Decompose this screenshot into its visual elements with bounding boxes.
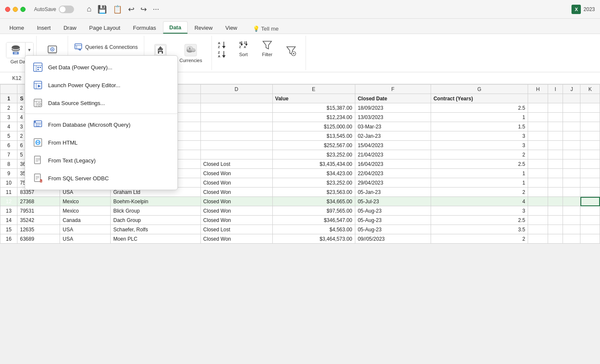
cell-k-9[interactable]: [580, 169, 600, 178]
cell-d-13[interactable]: Closed Won: [200, 206, 272, 216]
tab-view[interactable]: View: [220, 22, 243, 34]
cell-f-4[interactable]: 03-Mar-23: [355, 122, 431, 131]
col-header-i[interactable]: I: [548, 85, 563, 94]
cell-j-15[interactable]: [563, 225, 580, 234]
cell-h-7[interactable]: [528, 150, 548, 159]
cell-c-14[interactable]: Dach Group: [111, 216, 200, 225]
cell-k-4[interactable]: [580, 122, 600, 131]
cell-i-7[interactable]: [548, 150, 563, 159]
dropdown-from-html[interactable]: From HTML: [25, 134, 177, 151]
col-header-h[interactable]: H: [528, 85, 548, 94]
cell-g-10[interactable]: 1: [431, 178, 528, 188]
cell-h-9[interactable]: [528, 169, 548, 178]
home-icon[interactable]: ⌂: [87, 5, 91, 14]
minimize-button[interactable]: [13, 7, 18, 12]
cell-h-4[interactable]: [528, 122, 548, 131]
cell-i-11[interactable]: [548, 188, 563, 197]
cell-g-4[interactable]: 1.5: [431, 122, 528, 131]
cell-d-4[interactable]: [200, 122, 272, 131]
cell-e-9[interactable]: $34,423.00: [272, 169, 355, 178]
cell-k-11[interactable]: [580, 188, 600, 197]
cell-h-12[interactable]: [528, 197, 548, 206]
cell-d-2[interactable]: [200, 103, 272, 113]
cell-g-9[interactable]: 1: [431, 169, 528, 178]
redo-icon[interactable]: ↪: [140, 5, 147, 14]
tab-data[interactable]: Data: [163, 21, 188, 34]
cell-k-7[interactable]: [580, 150, 600, 159]
cell-f-13[interactable]: 05-Aug-23: [355, 206, 431, 216]
cell-e-14[interactable]: $346,547.00: [272, 216, 355, 225]
cell-i-15[interactable]: [548, 225, 563, 234]
cell-f-11[interactable]: 05-Jan-23: [355, 188, 431, 197]
cell-j-12[interactable]: [563, 197, 580, 206]
cell-d-12[interactable]: Closed Won: [200, 197, 272, 206]
cell-k-2[interactable]: [580, 103, 600, 113]
dropdown-from-database[interactable]: From Database (Microsoft Query): [25, 116, 177, 134]
tab-draw[interactable]: Draw: [57, 22, 82, 34]
cell-i-12[interactable]: [548, 197, 563, 206]
cell-a-16[interactable]: 63689: [17, 234, 60, 244]
cell-h-3[interactable]: [528, 113, 548, 122]
cell-i-2[interactable]: [548, 103, 563, 113]
cell-g-3[interactable]: 1: [431, 113, 528, 122]
currencies-button[interactable]: $ Currencies: [174, 42, 207, 65]
col-header-g[interactable]: G: [431, 85, 528, 94]
undo-icon[interactable]: ↩: [128, 5, 134, 14]
get-data-icon-part[interactable]: DB: [6, 43, 25, 58]
cell-h-10[interactable]: [528, 178, 548, 188]
cell-g-13[interactable]: 3: [431, 206, 528, 216]
col-header-j[interactable]: J: [563, 85, 580, 94]
cell-c-13[interactable]: Blick Group: [111, 206, 200, 216]
col-header-d[interactable]: D: [200, 85, 272, 94]
cell-g-7[interactable]: 2: [431, 150, 528, 159]
col-header-f[interactable]: F: [355, 85, 431, 94]
cell-d-5[interactable]: [200, 131, 272, 141]
header-col-i[interactable]: [548, 94, 563, 103]
cell-c-15[interactable]: Schaefer, Rolfs: [111, 225, 200, 234]
header-col-g[interactable]: Contract (Years): [431, 94, 528, 103]
cell-k-16[interactable]: [580, 234, 600, 244]
cell-h-13[interactable]: [528, 206, 548, 216]
header-col-h[interactable]: [528, 94, 548, 103]
cell-f-16[interactable]: 09//05/2023: [355, 234, 431, 244]
more-icon[interactable]: ···: [153, 5, 159, 14]
cell-d-10[interactable]: Closed Won: [200, 178, 272, 188]
maximize-button[interactable]: [20, 7, 26, 12]
cell-b-14[interactable]: Canada: [60, 216, 111, 225]
cell-d-9[interactable]: Closed Won: [200, 169, 272, 178]
cell-h-16[interactable]: [528, 234, 548, 244]
cell-k-15[interactable]: [580, 225, 600, 234]
cell-j-13[interactable]: [563, 206, 580, 216]
cell-c-12[interactable]: Boehm-Koelpin: [111, 197, 200, 206]
cell-f-9[interactable]: 22/04/2023: [355, 169, 431, 178]
cell-d-6[interactable]: [200, 141, 272, 150]
cell-k-8[interactable]: [580, 159, 600, 169]
cell-e-4[interactable]: $125,000.00: [272, 122, 355, 131]
cell-k-3[interactable]: [580, 113, 600, 122]
cell-e-5[interactable]: $13,545.00: [272, 131, 355, 141]
cell-b-13[interactable]: Mexico: [60, 206, 111, 216]
cell-e-6[interactable]: $252,567.00: [272, 141, 355, 150]
dropdown-launch-editor[interactable]: Launch Power Query Editor...: [25, 76, 177, 94]
col-header-e[interactable]: E: [272, 85, 355, 94]
cell-i-16[interactable]: [548, 234, 563, 244]
header-col-k[interactable]: [580, 94, 600, 103]
dropdown-data-source-settings[interactable]: Data Source Settings...: [25, 94, 177, 112]
cell-b-12[interactable]: Mexico: [60, 197, 111, 206]
tab-review[interactable]: Review: [189, 22, 219, 34]
cell-h-14[interactable]: [528, 216, 548, 225]
tab-tell-me[interactable]: 💡 Tell me: [249, 24, 283, 34]
cell-f-14[interactable]: 05-Aug-23: [355, 216, 431, 225]
cell-d-3[interactable]: [200, 113, 272, 122]
tab-formulas[interactable]: Formulas: [127, 22, 162, 34]
cell-e-11[interactable]: $23,563.00: [272, 188, 355, 197]
cell-h-11[interactable]: [528, 188, 548, 197]
autosave-toggle[interactable]: [59, 6, 74, 13]
cell-j-16[interactable]: [563, 234, 580, 244]
cell-j-3[interactable]: [563, 113, 580, 122]
cell-f-15[interactable]: 05-Aug-23: [355, 225, 431, 234]
cell-k-13[interactable]: [580, 206, 600, 216]
cell-g-2[interactable]: 2.5: [431, 103, 528, 113]
cell-a-13[interactable]: 79531: [17, 206, 60, 216]
cell-i-9[interactable]: [548, 169, 563, 178]
